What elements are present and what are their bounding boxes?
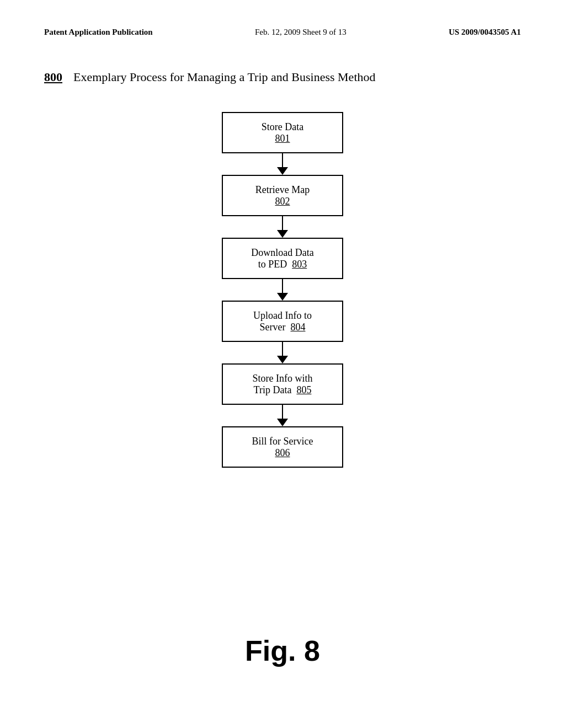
- flowbox-802-number: 802: [275, 196, 290, 207]
- arrow-line-5: [282, 405, 283, 419]
- flowbox-804-line1: Upload Info to: [253, 310, 312, 322]
- flowbox-801: Store Data 801: [222, 112, 343, 153]
- header-date-sheet: Feb. 12, 2009 Sheet 9 of 13: [255, 28, 347, 37]
- flowbox-802: Retrieve Map 802: [222, 175, 343, 216]
- section-number: 800: [44, 70, 62, 84]
- arrow-3: [277, 279, 288, 301]
- flowbox-803-line1: Download Data: [251, 247, 313, 259]
- arrow-head-3: [277, 293, 288, 301]
- flowbox-802-line1: Retrieve Map: [255, 184, 310, 196]
- flowbox-804: Upload Info to Server 804: [222, 301, 343, 342]
- flowbox-805-line1: Store Info with: [253, 373, 313, 384]
- flowbox-806-line1: Bill for Service: [252, 436, 313, 447]
- arrow-5: [277, 405, 288, 426]
- arrow-line-3: [282, 279, 283, 293]
- arrow-line-2: [282, 216, 283, 230]
- arrow-head-2: [277, 230, 288, 238]
- flowbox-801-line1: Store Data: [262, 121, 303, 133]
- arrow-1: [277, 153, 288, 175]
- arrow-2: [277, 216, 288, 238]
- flowbox-806-number: 806: [275, 447, 290, 459]
- flowbox-801-number: 801: [275, 133, 290, 144]
- page: Patent Application Publication Feb. 12, …: [0, 0, 565, 728]
- arrow-head-5: [277, 419, 288, 426]
- arrow-line-4: [282, 342, 283, 356]
- arrow-line-1: [282, 153, 283, 167]
- arrow-head-1: [277, 167, 288, 175]
- flowbox-806: Bill for Service 806: [222, 426, 343, 468]
- flowbox-803-line2: to PED 803: [258, 259, 307, 270]
- header-publication: Patent Application Publication: [44, 28, 153, 37]
- flowbox-805: Store Info with Trip Data 805: [222, 363, 343, 405]
- flowchart-diagram: Store Data 801 Retrieve Map 802 Download…: [44, 112, 521, 468]
- flowbox-805-line2: Trip Data 805: [254, 384, 312, 396]
- flowbox-804-line2: Server 804: [260, 322, 306, 333]
- figure-label: Fig. 8: [0, 634, 565, 667]
- page-header: Patent Application Publication Feb. 12, …: [44, 28, 521, 37]
- section-title-text: Exemplary Process for Managing a Trip an…: [73, 70, 376, 84]
- header-patent-number: US 2009/0043505 A1: [449, 28, 521, 37]
- section-title-container: 800 Exemplary Process for Managing a Tri…: [44, 70, 521, 84]
- arrow-head-4: [277, 356, 288, 363]
- flowbox-803: Download Data to PED 803: [222, 238, 343, 279]
- arrow-4: [277, 342, 288, 363]
